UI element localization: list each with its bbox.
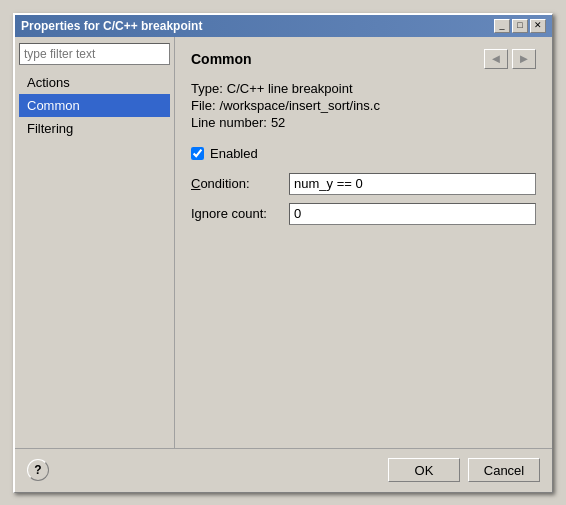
back-arrow-icon: ◄	[490, 51, 503, 66]
close-button[interactable]: ✕	[530, 19, 546, 33]
enabled-checkbox[interactable]	[191, 147, 204, 160]
line-value: 52	[271, 115, 285, 130]
file-label: File:	[191, 98, 216, 113]
cancel-button[interactable]: Cancel	[468, 458, 540, 482]
sidebar-item-actions[interactable]: Actions	[19, 71, 170, 94]
forward-arrow-icon: ►	[518, 51, 531, 66]
ok-button[interactable]: OK	[388, 458, 460, 482]
dialog-title: Properties for C/C++ breakpoint	[21, 19, 202, 33]
ignore-count-row: Ignore count:	[191, 203, 536, 225]
sidebar-item-common[interactable]: Common	[19, 94, 170, 117]
left-panel: Actions Common Filtering	[15, 37, 175, 448]
form-section: Condition: Ignore count:	[191, 173, 536, 225]
info-section: Type: C/C++ line breakpoint File: /works…	[191, 81, 536, 130]
nav-items: Actions Common Filtering	[19, 71, 170, 140]
enabled-label[interactable]: Enabled	[210, 146, 258, 161]
sidebar-item-filtering[interactable]: Filtering	[19, 117, 170, 140]
maximize-button[interactable]: □	[512, 19, 528, 33]
ignore-count-label: Ignore count:	[191, 206, 281, 221]
back-arrow-button[interactable]: ◄	[484, 49, 508, 69]
type-value: C/C++ line breakpoint	[227, 81, 353, 96]
dialog-content: Actions Common Filtering Common	[15, 37, 552, 448]
dialog-window: Properties for C/C++ breakpoint _ □ ✕ Ac…	[13, 13, 553, 493]
title-bar-buttons: _ □ ✕	[494, 19, 546, 33]
line-row: Line number: 52	[191, 115, 536, 130]
type-row: Type: C/C++ line breakpoint	[191, 81, 536, 96]
panel-title: Common	[191, 51, 252, 67]
minimize-button[interactable]: _	[494, 19, 510, 33]
condition-input[interactable]	[289, 173, 536, 195]
condition-label: Condition:	[191, 176, 281, 191]
nav-arrows: ◄ ►	[484, 49, 536, 69]
file-value: /workspace/insert_sort/ins.c	[220, 98, 380, 113]
condition-row: Condition:	[191, 173, 536, 195]
dialog-footer: ? OK Cancel	[15, 448, 552, 492]
ignore-count-input[interactable]	[289, 203, 536, 225]
filter-input[interactable]	[19, 43, 170, 65]
file-row: File: /workspace/insert_sort/ins.c	[191, 98, 536, 113]
panel-header: Common ◄ ►	[191, 49, 536, 69]
line-label: Line number:	[191, 115, 267, 130]
footer-buttons: OK Cancel	[388, 458, 540, 482]
forward-arrow-button[interactable]: ►	[512, 49, 536, 69]
dialog-body: Actions Common Filtering Common	[15, 37, 552, 492]
enabled-row: Enabled	[191, 146, 536, 161]
title-bar: Properties for C/C++ breakpoint _ □ ✕	[15, 15, 552, 37]
type-label: Type:	[191, 81, 223, 96]
help-button[interactable]: ?	[27, 459, 49, 481]
right-panel: Common ◄ ► Type: C/C++ line breakpo	[175, 37, 552, 448]
